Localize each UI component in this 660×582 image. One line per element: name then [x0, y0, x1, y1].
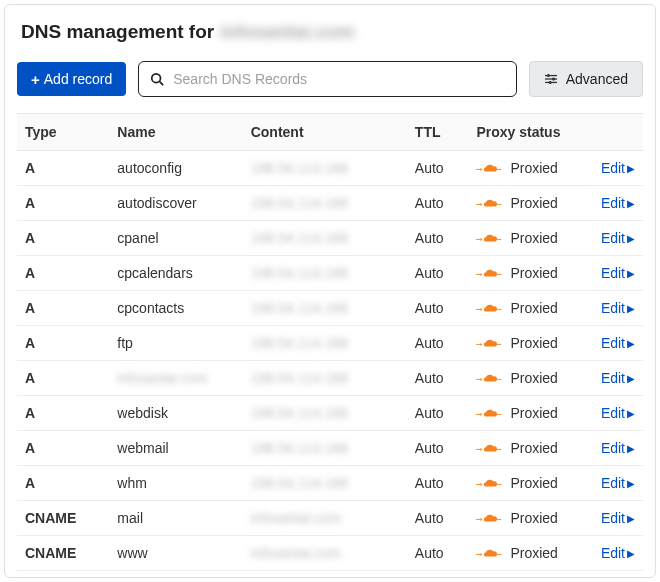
proxy-cloud-icon — [476, 476, 502, 490]
dns-panel: DNS management for infosantai.com + Add … — [4, 4, 656, 578]
chevron-right-icon: ▶ — [627, 233, 635, 244]
cell-ttl: Auto — [407, 501, 469, 536]
cell-ttl: Auto — [407, 361, 469, 396]
cell-content: 198.54.114.168 — [243, 256, 407, 291]
cell-content: 198.54.114.168 — [243, 326, 407, 361]
cell-ttl: Auto — [407, 396, 469, 431]
proxy-status-label: Proxied — [510, 335, 557, 351]
proxy-cloud-icon — [476, 266, 502, 280]
table-row: Aautodiscover198.54.114.168Auto ProxiedE… — [17, 186, 643, 221]
cell-content: infosantai.com — [243, 501, 407, 536]
th-name: Name — [109, 114, 242, 151]
proxy-status-label: Proxied — [510, 370, 557, 386]
add-record-button[interactable]: + Add record — [17, 62, 126, 96]
chevron-right-icon: ▶ — [627, 408, 635, 419]
edit-link[interactable]: Edit▶ — [601, 160, 635, 176]
cell-edit: Edit▶ — [592, 221, 643, 256]
chevron-right-icon: ▶ — [627, 478, 635, 489]
cell-edit: Edit▶ — [592, 501, 643, 536]
table-row: Acpanel198.54.114.168Auto ProxiedEdit▶ — [17, 221, 643, 256]
cell-type: A — [17, 186, 109, 221]
cell-name: whm — [109, 466, 242, 501]
table-row: Acpcontacts198.54.114.168Auto ProxiedEdi… — [17, 291, 643, 326]
edit-link[interactable]: Edit▶ — [601, 230, 635, 246]
cell-type: CNAME — [17, 536, 109, 571]
svg-point-3 — [547, 74, 550, 77]
edit-link[interactable]: Edit▶ — [601, 265, 635, 281]
svg-point-0 — [152, 74, 161, 83]
edit-link[interactable]: Edit▶ — [601, 195, 635, 211]
proxy-cloud-icon — [476, 371, 502, 385]
edit-link[interactable]: Edit▶ — [601, 370, 635, 386]
edit-link[interactable]: Edit▶ — [601, 335, 635, 351]
cell-name: www — [109, 536, 242, 571]
proxy-status-label: Proxied — [510, 265, 557, 281]
cell-content: 198.54.114.168 — [243, 151, 407, 186]
cell-ttl: Auto — [407, 536, 469, 571]
proxy-status-label: Proxied — [510, 195, 557, 211]
cell-edit: Edit▶ — [592, 466, 643, 501]
th-content: Content — [243, 114, 407, 151]
sliders-icon — [544, 73, 558, 85]
edit-link[interactable]: Edit▶ — [601, 440, 635, 456]
chevron-right-icon: ▶ — [627, 303, 635, 314]
cell-name: webdisk — [109, 396, 242, 431]
table-row: CNAMEwwwinfosantai.comAuto ProxiedEdit▶ — [17, 536, 643, 571]
proxy-status-label: Proxied — [510, 160, 557, 176]
cell-name: cpcalendars — [109, 256, 242, 291]
cell-type: A — [17, 221, 109, 256]
cell-content: 198.54.114.168 — [243, 186, 407, 221]
cell-name: webmail — [109, 431, 242, 466]
proxy-status-label: Proxied — [510, 510, 557, 526]
svg-point-7 — [548, 81, 551, 84]
svg-marker-29 — [481, 343, 483, 346]
edit-link[interactable]: Edit▶ — [601, 405, 635, 421]
advanced-button[interactable]: Advanced — [529, 61, 643, 97]
cell-ttl: Auto — [407, 151, 469, 186]
table-row: Aftp198.54.114.168Auto ProxiedEdit▶ — [17, 326, 643, 361]
proxy-status-label: Proxied — [510, 230, 557, 246]
edit-link[interactable]: Edit▶ — [601, 545, 635, 561]
cell-edit: Edit▶ — [592, 326, 643, 361]
cell-proxy: Proxied — [468, 151, 591, 186]
cell-type: A — [17, 151, 109, 186]
cell-content: 198.54.114.168 — [243, 361, 407, 396]
proxy-status-label: Proxied — [510, 405, 557, 421]
table-row: Awebmail198.54.114.168Auto ProxiedEdit▶ — [17, 431, 643, 466]
edit-link[interactable]: Edit▶ — [601, 510, 635, 526]
proxy-status-label: Proxied — [510, 300, 557, 316]
cell-edit: Edit▶ — [592, 291, 643, 326]
table-row: Awebdisk198.54.114.168Auto ProxiedEdit▶ — [17, 396, 643, 431]
plus-icon: + — [31, 72, 40, 87]
proxy-status-label: Proxied — [510, 475, 557, 491]
cell-content: 198.54.114.168 — [243, 466, 407, 501]
table-row: Ainfosantai.com198.54.114.168Auto Proxie… — [17, 361, 643, 396]
svg-line-1 — [160, 82, 164, 86]
controls-row: + Add record Advanced — [17, 61, 643, 97]
cell-ttl: Auto — [407, 466, 469, 501]
svg-marker-45 — [481, 483, 483, 486]
svg-marker-37 — [481, 413, 483, 416]
svg-marker-25 — [481, 308, 483, 311]
cell-edit: Edit▶ — [592, 536, 643, 571]
cell-content: 198.54.114.168 — [243, 431, 407, 466]
th-ttl: TTL — [407, 114, 469, 151]
th-proxy: Proxy status — [468, 114, 591, 151]
add-record-label: Add record — [44, 71, 112, 87]
cell-proxy: Proxied — [468, 466, 591, 501]
proxy-cloud-icon — [476, 161, 502, 175]
dns-table: Type Name Content TTL Proxy status Aauto… — [17, 113, 643, 571]
table-row: CNAMEmailinfosantai.comAuto ProxiedEdit▶ — [17, 501, 643, 536]
edit-link[interactable]: Edit▶ — [601, 300, 635, 316]
search-input[interactable] — [138, 61, 516, 97]
cell-proxy: Proxied — [468, 536, 591, 571]
cell-content: infosantai.com — [243, 536, 407, 571]
cell-type: A — [17, 326, 109, 361]
chevron-right-icon: ▶ — [627, 373, 635, 384]
cell-type: A — [17, 466, 109, 501]
cell-ttl: Auto — [407, 186, 469, 221]
edit-link[interactable]: Edit▶ — [601, 475, 635, 491]
cell-type: A — [17, 256, 109, 291]
table-row: Awhm198.54.114.168Auto ProxiedEdit▶ — [17, 466, 643, 501]
proxy-cloud-icon — [476, 336, 502, 350]
